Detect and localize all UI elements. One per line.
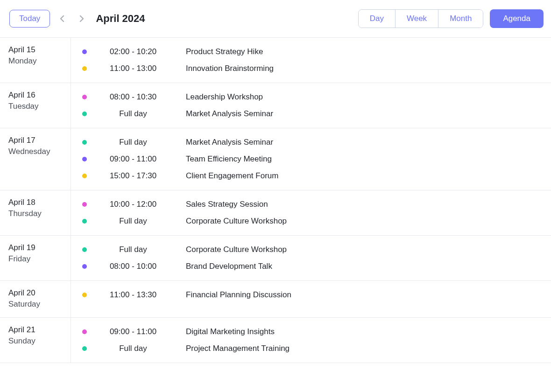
event-time: 10:00 - 12:00 <box>93 200 173 209</box>
events-list: 02:00 - 10:20Product Strategy Hike11:00 … <box>71 38 551 83</box>
event-title: Corporate Culture Workshop <box>186 245 287 254</box>
view-group: Day Week Month <box>358 9 484 28</box>
event-title: Leadership Workshop <box>186 92 263 102</box>
event-title: Market Analysis Seminar <box>186 109 273 119</box>
event-row[interactable]: 10:00 - 12:00Sales Strategy Session <box>71 196 551 213</box>
day-of-week: Sunday <box>8 336 71 346</box>
today-button[interactable]: Today <box>9 10 50 28</box>
prev-month-button[interactable] <box>57 13 69 25</box>
events-list: Full dayMarket Analysis Seminar09:00 - 1… <box>71 128 551 190</box>
event-time: 09:00 - 11:00 <box>93 327 173 336</box>
event-color-dot <box>82 66 87 71</box>
events-list: 09:00 - 11:00Digital Marketing InsightsF… <box>71 318 551 363</box>
event-row[interactable]: 02:00 - 10:20Product Strategy Hike <box>71 43 551 60</box>
event-row[interactable]: Full dayCorporate Culture Workshop <box>71 241 551 258</box>
event-time: 09:00 - 11:00 <box>93 154 173 164</box>
event-color-dot <box>82 219 87 224</box>
day-date: April 21 <box>8 325 71 335</box>
event-time: Full day <box>93 217 173 226</box>
event-time: 15:00 - 17:30 <box>93 171 173 181</box>
next-month-button[interactable] <box>75 13 87 25</box>
event-color-dot <box>82 202 87 207</box>
event-row[interactable]: 08:00 - 10:30Leadership Workshop <box>71 89 551 105</box>
event-time: 08:00 - 10:00 <box>93 262 173 271</box>
event-color-dot <box>82 247 87 252</box>
event-color-dot <box>82 140 87 145</box>
event-color-dot <box>82 49 87 54</box>
event-time: Full day <box>93 245 173 254</box>
event-title: Financial Planning Discussion <box>186 290 291 300</box>
event-color-dot <box>82 264 87 269</box>
day-of-week: Tuesday <box>8 102 71 111</box>
day-side: April 19Friday <box>0 236 71 280</box>
event-color-dot <box>82 157 87 161</box>
event-color-dot <box>82 293 87 297</box>
view-switch: Day Week Month Agenda <box>358 9 544 28</box>
day-block: April 20Saturday11:00 - 13:30Financial P… <box>0 281 551 318</box>
toolbar: Today April 2024 Day Week Month Agenda <box>0 0 551 37</box>
event-color-dot <box>82 95 87 99</box>
day-side: April 18Thursday <box>0 190 71 235</box>
event-title: Digital Marketing Insights <box>186 327 275 336</box>
day-block: April 18Thursday10:00 - 12:00Sales Strat… <box>0 190 551 236</box>
event-time: Full day <box>93 109 173 119</box>
event-time: 11:00 - 13:30 <box>93 290 173 300</box>
day-date: April 16 <box>8 91 71 100</box>
event-row[interactable]: Full dayCorporate Culture Workshop <box>71 213 551 230</box>
event-title: Market Analysis Seminar <box>186 138 273 147</box>
day-date: April 20 <box>8 288 71 298</box>
day-block: April 17WednesdayFull dayMarket Analysis… <box>0 128 551 190</box>
event-row[interactable]: 11:00 - 13:00Innovation Brainstorming <box>71 60 551 77</box>
day-block: April 15Monday02:00 - 10:20Product Strat… <box>0 38 551 83</box>
day-block: April 16Tuesday08:00 - 10:30Leadership W… <box>0 83 551 128</box>
day-block: April 19FridayFull dayCorporate Culture … <box>0 236 551 281</box>
day-of-week: Monday <box>8 56 71 66</box>
view-month-button[interactable]: Month <box>438 10 483 28</box>
day-side: April 16Tuesday <box>0 83 71 128</box>
day-side: April 20Saturday <box>0 281 71 317</box>
day-date: April 19 <box>8 243 71 252</box>
day-of-week: Thursday <box>8 209 71 218</box>
event-title: Innovation Brainstorming <box>186 64 274 73</box>
event-time: Full day <box>93 138 173 147</box>
day-date: April 18 <box>8 198 71 207</box>
event-title: Sales Strategy Session <box>186 200 268 209</box>
event-time: 02:00 - 10:20 <box>93 47 173 56</box>
event-color-dot <box>82 174 87 178</box>
day-of-week: Saturday <box>8 300 71 309</box>
event-row[interactable]: 15:00 - 17:30Client Engagement Forum <box>71 168 551 184</box>
events-list: 08:00 - 10:30Leadership WorkshopFull day… <box>71 83 551 128</box>
event-title: Product Strategy Hike <box>186 47 263 56</box>
day-of-week: Friday <box>8 254 71 264</box>
day-date: April 17 <box>8 136 71 145</box>
event-row[interactable]: Full dayMarket Analysis Seminar <box>71 105 551 122</box>
event-color-dot <box>82 346 87 351</box>
event-title: Project Management Training <box>186 344 290 353</box>
event-row[interactable]: 09:00 - 11:00Team Efficiency Meeting <box>71 151 551 168</box>
event-row[interactable]: Full dayProject Management Training <box>71 340 551 357</box>
day-date: April 15 <box>8 45 71 55</box>
events-list: 11:00 - 13:30Financial Planning Discussi… <box>71 281 551 317</box>
view-agenda-button[interactable]: Agenda <box>490 9 544 28</box>
agenda-body: April 15Monday02:00 - 10:20Product Strat… <box>0 37 551 363</box>
event-row[interactable]: 08:00 - 10:00Brand Development Talk <box>71 258 551 275</box>
event-color-dot <box>82 112 87 116</box>
event-row[interactable]: 09:00 - 11:00Digital Marketing Insights <box>71 323 551 340</box>
view-day-button[interactable]: Day <box>359 10 396 28</box>
toolbar-left: Today April 2024 <box>9 10 145 28</box>
event-title: Team Efficiency Meeting <box>186 154 272 164</box>
event-time: 11:00 - 13:00 <box>93 64 173 73</box>
event-row[interactable]: 11:00 - 13:30Financial Planning Discussi… <box>71 287 551 303</box>
view-week-button[interactable]: Week <box>396 10 438 28</box>
events-list: 10:00 - 12:00Sales Strategy SessionFull … <box>71 190 551 235</box>
event-time: Full day <box>93 344 173 353</box>
day-side: April 15Monday <box>0 38 71 83</box>
calendar-root: Today April 2024 Day Week Month Agenda A… <box>0 0 551 392</box>
event-time: 08:00 - 10:30 <box>93 92 173 102</box>
month-title: April 2024 <box>96 13 145 25</box>
chevron-right-icon <box>78 15 84 22</box>
event-row[interactable]: Full dayMarket Analysis Seminar <box>71 134 551 151</box>
event-title: Corporate Culture Workshop <box>186 217 287 226</box>
events-list: Full dayCorporate Culture Workshop08:00 … <box>71 236 551 280</box>
event-title: Client Engagement Forum <box>186 171 278 181</box>
